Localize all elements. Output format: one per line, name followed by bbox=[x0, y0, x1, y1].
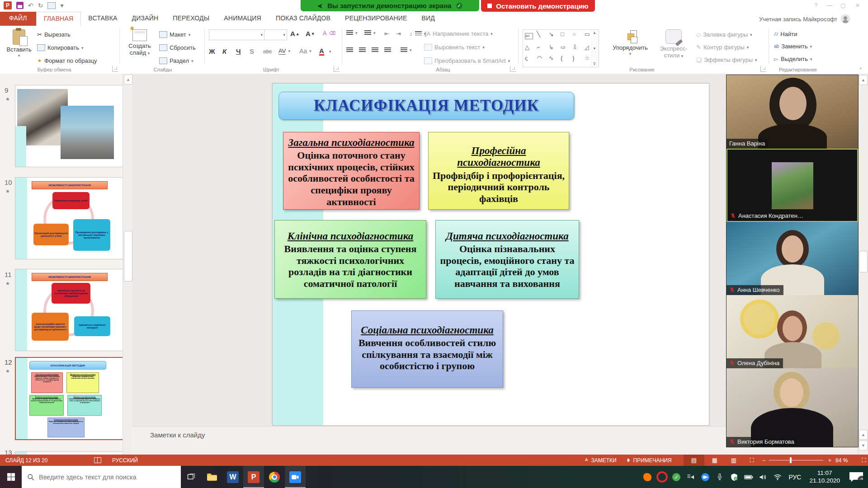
thumbnail-scroll-thumb[interactable] bbox=[124, 231, 132, 282]
convert-smartart-button[interactable]: Преобразовать в SmartArt▾ bbox=[424, 57, 510, 64]
tab-file[interactable]: ФАЙЛ bbox=[0, 12, 36, 26]
zoom-slider-thumb[interactable] bbox=[790, 457, 792, 463]
spellcheck-icon[interactable] bbox=[90, 455, 105, 466]
align-text-button[interactable]: Выровнять текст▾ bbox=[424, 44, 485, 51]
textbox-shape-icon[interactable]: A≡ bbox=[525, 33, 533, 39]
account-label[interactable]: Учетная запись Майкрософт bbox=[759, 14, 850, 23]
taskbar-search-input[interactable]: Введите здесь текст для поиска bbox=[22, 466, 181, 488]
action-center-button[interactable]: 3 bbox=[844, 466, 868, 488]
speaker-tray-icon[interactable] bbox=[756, 466, 770, 488]
opera-tray-icon[interactable] bbox=[655, 466, 669, 488]
shapes-gallery[interactable]: A≡ ╲ ↘ □ ○ ▭ △ ⌐ ↳ ⇨ ⇩ ◿ ς ◠ ∿ { } ☆ bbox=[523, 29, 595, 67]
shape-arc-icon[interactable]: ◠ bbox=[537, 55, 545, 66]
slide-counter[interactable]: СЛАЙД 12 ИЗ 20 bbox=[2, 455, 51, 466]
keyboard-language-indicator[interactable]: РУС bbox=[785, 466, 805, 488]
cut-button[interactable]: ✂Вырезать bbox=[37, 31, 71, 38]
font-color-dropdown[interactable]: ▾ bbox=[329, 49, 331, 54]
zoom-app-button[interactable] bbox=[285, 466, 306, 488]
quick-styles-button[interactable]: Экспресс- стили ▾ bbox=[655, 29, 693, 59]
battery-tray-icon[interactable] bbox=[741, 466, 756, 488]
shape-effects-button[interactable]: ❏Эффекты фигуры▾ bbox=[696, 56, 757, 63]
format-painter-button[interactable]: ✦Формат по образцу bbox=[37, 57, 97, 64]
volume-mixer-tray-icon[interactable] bbox=[684, 466, 698, 488]
zoom-slider-track[interactable] bbox=[769, 460, 823, 460]
slide-box-clinical[interactable]: Клінічна психодіагностика Виявлення та о… bbox=[274, 220, 426, 299]
powerpoint-app-icon[interactable]: P bbox=[4, 1, 12, 9]
copy-button[interactable]: Копировать▾ bbox=[37, 44, 84, 51]
thumbnail-scrollbar[interactable]: ▲ bbox=[123, 74, 132, 455]
tab-review[interactable]: РЕЦЕНЗИРОВАНИЕ bbox=[338, 12, 414, 26]
shape-right-arrow-icon[interactable]: ⇨ bbox=[561, 44, 569, 55]
shape-triangle-icon[interactable]: △ bbox=[525, 44, 533, 55]
slide-canvas[interactable]: КЛАСИФІКАЦІЯ МЕТОДИК Загальна психодіагн… bbox=[272, 83, 709, 426]
thumbnail-scroll-up[interactable]: ▲ bbox=[124, 75, 132, 84]
help-icon[interactable]: ? bbox=[809, 2, 823, 9]
start-button[interactable] bbox=[0, 466, 22, 488]
shrink-font-button[interactable]: A▼ bbox=[306, 30, 315, 38]
select-button[interactable]: ▻Выделить▾ bbox=[774, 56, 812, 62]
start-presentation-button[interactable] bbox=[47, 2, 56, 9]
tab-insert[interactable]: ВСТАВКА bbox=[81, 12, 124, 26]
slide-box-social[interactable]: Соціальна психодіагностика Вивчення особ… bbox=[351, 310, 503, 388]
avast-tray-icon[interactable] bbox=[640, 466, 655, 488]
text-direction-button[interactable]: ∥AНаправление текста▾ bbox=[424, 30, 493, 37]
language-indicator[interactable]: РУССКИЙ bbox=[108, 455, 142, 466]
layout-button[interactable]: Макет▾ bbox=[159, 31, 190, 38]
shape-right-brace-icon[interactable]: } bbox=[572, 55, 580, 66]
tab-animations[interactable]: АНИМАЦИЯ bbox=[217, 12, 269, 26]
video-tile-4[interactable]: Олена Дубініна bbox=[726, 295, 858, 368]
tab-view[interactable]: ВИД bbox=[415, 12, 442, 26]
maximize-button[interactable]: ▢ bbox=[836, 2, 850, 9]
word-app-button[interactable]: W bbox=[222, 466, 243, 488]
drawing-dialog-launcher[interactable] bbox=[760, 66, 766, 72]
grow-font-button[interactable]: A▲ bbox=[290, 30, 300, 38]
character-spacing-button[interactable]: AV▾ bbox=[278, 47, 290, 55]
shapes-gallery-scrollbar[interactable]: ▲▼⊽ bbox=[590, 29, 599, 67]
slide-thumbnail-9[interactable] bbox=[15, 85, 123, 167]
notes-toggle[interactable]: ≜ЗАМЕТКИ bbox=[581, 455, 620, 466]
tab-design[interactable]: ДИЗАЙН bbox=[125, 12, 166, 26]
wifi-tray-icon[interactable] bbox=[770, 466, 785, 488]
slide-thumbnail-12-selected[interactable]: КЛАСИФІКАЦІЯ МЕТОДИК Загальна психодіагн… bbox=[15, 357, 124, 440]
slide-box-professional[interactable]: Професійна психодіагностика Профвідбір і… bbox=[428, 132, 569, 210]
save-button[interactable] bbox=[16, 2, 24, 9]
slide-thumbnail-10[interactable]: МОЖЛИВОСТІ ВИКОРИСТАННЯ Написання науков… bbox=[15, 177, 123, 259]
shape-outline-button[interactable]: ✎Контур фигуры▾ bbox=[696, 44, 749, 51]
zoom-out-button[interactable]: − bbox=[759, 455, 769, 466]
decrease-indent-button[interactable]: ⇤ bbox=[384, 30, 389, 37]
replace-button[interactable]: abЗаменить▾ bbox=[774, 43, 812, 50]
slide-title[interactable]: КЛАСИФІКАЦІЯ МЕТОДИК bbox=[278, 92, 574, 120]
fit-slide-button[interactable]: ⛶ bbox=[854, 455, 868, 466]
stop-share-button[interactable]: Остановить демонстрацию bbox=[481, 0, 595, 12]
next-slide-button[interactable]: ▼ bbox=[859, 441, 868, 450]
microphone-tray-icon[interactable] bbox=[712, 466, 727, 488]
bold-button[interactable]: Ж bbox=[209, 47, 215, 55]
italic-button[interactable]: К bbox=[222, 47, 226, 55]
shape-left-brace-icon[interactable]: { bbox=[561, 55, 569, 66]
clear-formatting-button[interactable]: A⌫ bbox=[323, 30, 335, 37]
video-tile-3[interactable]: Анна Шевченко bbox=[726, 222, 858, 295]
columns-button[interactable]: ▾ bbox=[401, 47, 412, 52]
align-left-button[interactable] bbox=[346, 47, 353, 52]
antivirus-check-tray-icon[interactable]: ✓ bbox=[669, 466, 684, 488]
taskbar-clock[interactable]: 11:07 21.10.2020 bbox=[805, 469, 844, 485]
section-button[interactable]: Раздел▾ bbox=[159, 57, 193, 64]
slide-sorter-view-button[interactable]: ▦ bbox=[704, 455, 725, 466]
redo-button[interactable]: ↻ bbox=[38, 2, 43, 9]
video-tile-2-active[interactable]: Анастасия Кондратен… bbox=[726, 149, 858, 222]
shadow-button[interactable]: S bbox=[250, 47, 254, 55]
defender-tray-icon[interactable] bbox=[727, 466, 741, 488]
shape-oval-icon[interactable]: ○ bbox=[572, 31, 580, 44]
underline-button[interactable]: Ч bbox=[236, 47, 241, 55]
editor-scroll-thumb[interactable] bbox=[859, 251, 868, 272]
reset-button[interactable]: Сбросить bbox=[159, 44, 196, 51]
change-case-button[interactable]: Аа▾ bbox=[299, 47, 311, 55]
increase-indent-button[interactable]: ⇥ bbox=[396, 30, 401, 37]
tab-home[interactable]: ГЛАВНАЯ bbox=[36, 12, 81, 26]
new-slide-button[interactable]: Создать слайд ▾ bbox=[125, 29, 155, 56]
comments-toggle[interactable]: ❥ПРИМЕЧАНИЯ bbox=[623, 455, 675, 466]
editor-scrollbar[interactable]: ▲ ▲ ▼ bbox=[858, 74, 868, 455]
collapse-ribbon-button[interactable]: ⌃ bbox=[859, 67, 863, 73]
zoom-level[interactable]: 84 % bbox=[832, 455, 851, 466]
shape-scribble-icon[interactable]: ς bbox=[525, 55, 533, 66]
